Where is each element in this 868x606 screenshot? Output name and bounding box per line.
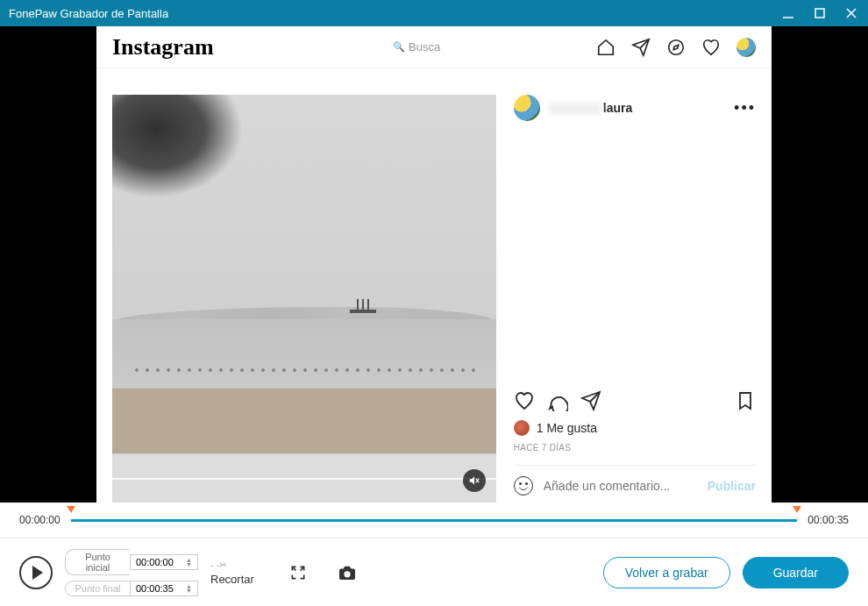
- trim-inputs: Punto inicial 00:00:00 ▲▼ Punto final 00…: [65, 549, 198, 596]
- share-icon[interactable]: [580, 390, 601, 411]
- comment-icon[interactable]: [547, 390, 568, 411]
- post-actions: [514, 390, 756, 411]
- snapshot-button[interactable]: [337, 562, 358, 583]
- trim-end-value: 00:00:35: [136, 583, 174, 594]
- instagram-logo: Instagram: [112, 34, 393, 61]
- emoji-icon[interactable]: [514, 476, 533, 495]
- author-username[interactable]: laura: [549, 101, 632, 115]
- fullscreen-button[interactable]: [288, 562, 309, 583]
- scissors-icon: - -✂: [210, 560, 227, 571]
- send-icon[interactable]: [631, 38, 651, 57]
- controls-bar: Punto inicial 00:00:00 ▲▼ Punto final 00…: [0, 538, 868, 606]
- bookmark-icon[interactable]: [735, 390, 756, 411]
- svg-rect-1: [815, 9, 824, 18]
- svg-point-5: [669, 39, 684, 54]
- minimize-button[interactable]: [780, 5, 796, 21]
- maximize-button[interactable]: [812, 5, 828, 21]
- rerecord-button[interactable]: Volver a grabar: [603, 557, 730, 588]
- author-avatar[interactable]: [514, 95, 540, 121]
- post-timestamp: HACE 7 DÍAS: [514, 443, 756, 453]
- trim-end-marker[interactable]: [793, 506, 801, 513]
- post-author-row: laura •••: [514, 95, 756, 121]
- likes-row[interactable]: 1 Me gusta: [514, 420, 756, 436]
- window-controls: [780, 5, 859, 21]
- compass-icon[interactable]: [666, 38, 686, 57]
- stepper-icon[interactable]: ▲▼: [186, 558, 192, 567]
- post-image: [112, 95, 496, 503]
- titlebar: FonePaw Grabador de Pantalla: [0, 0, 868, 26]
- recorded-content: Instagram 🔍 Busca: [96, 26, 772, 503]
- likes-count: 1 Me gusta: [537, 421, 597, 435]
- like-icon[interactable]: [514, 390, 535, 411]
- mute-icon[interactable]: [463, 469, 486, 492]
- comment-input-row: Publicar: [514, 465, 756, 495]
- trim-end-label: Punto final: [65, 581, 130, 596]
- trim-start-marker[interactable]: [67, 506, 75, 513]
- profile-avatar-icon[interactable]: [736, 38, 756, 57]
- heart-icon[interactable]: [701, 38, 721, 57]
- instagram-search[interactable]: 🔍 Busca: [393, 40, 440, 53]
- trim-start-value: 00:00:00: [136, 557, 174, 567]
- timeline: 00:00:00 00:00:35: [0, 503, 868, 538]
- save-button[interactable]: Guardar: [743, 557, 849, 588]
- video-preview-area: Instagram 🔍 Busca: [0, 26, 868, 503]
- instagram-topbar: Instagram 🔍 Busca: [96, 26, 772, 68]
- search-icon: 🔍: [393, 41, 405, 53]
- stepper-icon[interactable]: ▲▼: [186, 584, 192, 593]
- instagram-post: laura •••: [96, 68, 772, 503]
- instagram-nav: [596, 38, 756, 57]
- comment-input[interactable]: [544, 479, 697, 493]
- publish-button[interactable]: Publicar: [708, 479, 756, 493]
- app-title: FonePaw Grabador de Pantalla: [9, 7, 780, 20]
- search-placeholder: Busca: [409, 40, 440, 53]
- timeline-start-time: 00:00:00: [19, 514, 60, 526]
- cut-label: Recortar: [210, 573, 254, 586]
- svg-point-11: [344, 571, 350, 577]
- timeline-track[interactable]: [71, 511, 798, 529]
- play-icon: [32, 566, 43, 580]
- close-button[interactable]: [843, 5, 859, 21]
- cut-button[interactable]: - -✂ Recortar: [210, 560, 254, 586]
- trim-start-input[interactable]: 00:00:00 ▲▼: [130, 554, 198, 570]
- timeline-end-time: 00:00:35: [808, 514, 849, 526]
- trim-start-label: Punto inicial: [65, 549, 130, 575]
- home-icon[interactable]: [596, 38, 615, 57]
- post-sidebar: laura •••: [514, 95, 772, 503]
- trim-end-input[interactable]: 00:00:35 ▲▼: [130, 581, 198, 596]
- liker-avatar: [514, 420, 530, 436]
- play-button[interactable]: [19, 556, 53, 589]
- more-options-icon[interactable]: •••: [734, 99, 756, 118]
